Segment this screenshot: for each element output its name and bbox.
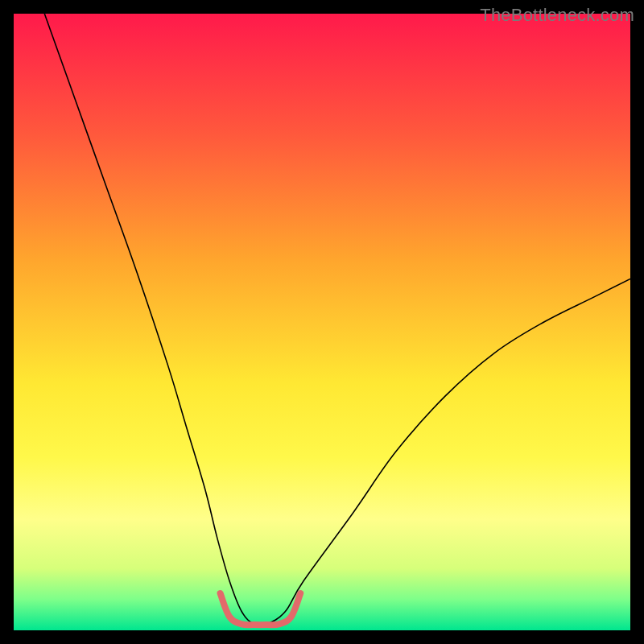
chart-svg <box>14 14 630 630</box>
plot-area <box>14 14 630 630</box>
bottleneck-chart: TheBottleneck.com <box>0 0 644 644</box>
watermark-text: TheBottleneck.com <box>480 5 634 26</box>
gradient-background <box>14 14 630 630</box>
